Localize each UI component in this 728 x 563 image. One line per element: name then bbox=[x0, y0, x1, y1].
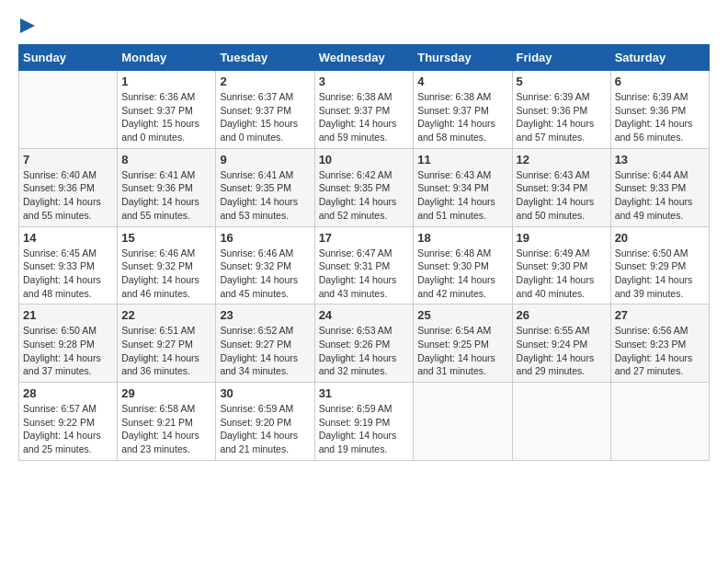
day-number: 3 bbox=[319, 75, 410, 88]
table-row: 1Sunrise: 6:36 AMSunset: 9:37 PMDaylight… bbox=[118, 71, 216, 149]
table-row: 17Sunrise: 6:47 AMSunset: 9:31 PMDayligh… bbox=[314, 226, 414, 304]
day-info: Sunrise: 6:59 AMSunset: 9:19 PMDaylight:… bbox=[319, 402, 410, 456]
table-row: 30Sunrise: 6:59 AMSunset: 9:20 PMDayligh… bbox=[216, 383, 314, 461]
table-row: 31Sunrise: 6:59 AMSunset: 9:19 PMDayligh… bbox=[314, 383, 414, 461]
day-number: 24 bbox=[319, 308, 410, 322]
day-info: Sunrise: 6:58 AMSunset: 9:21 PMDaylight:… bbox=[121, 402, 211, 456]
day-info: Sunrise: 6:57 AMSunset: 9:22 PMDaylight:… bbox=[23, 402, 113, 456]
day-number: 14 bbox=[23, 231, 113, 245]
day-info: Sunrise: 6:47 AMSunset: 9:31 PMDaylight:… bbox=[319, 247, 410, 301]
day-number: 7 bbox=[23, 153, 113, 167]
day-info: Sunrise: 6:43 AMSunset: 9:34 PMDaylight:… bbox=[517, 168, 607, 223]
table-row bbox=[512, 383, 610, 461]
day-number: 19 bbox=[517, 231, 607, 245]
table-row: 8Sunrise: 6:41 AMSunset: 9:36 PMDaylight… bbox=[118, 148, 216, 226]
table-row: 23Sunrise: 6:52 AMSunset: 9:27 PMDayligh… bbox=[216, 304, 314, 383]
day-info: Sunrise: 6:40 AMSunset: 9:36 PMDaylight:… bbox=[23, 168, 113, 223]
day-info: Sunrise: 6:54 AMSunset: 9:25 PMDaylight:… bbox=[417, 324, 507, 378]
day-number: 2 bbox=[220, 75, 310, 88]
day-info: Sunrise: 6:38 AMSunset: 9:37 PMDaylight:… bbox=[417, 90, 507, 144]
table-row: 18Sunrise: 6:48 AMSunset: 9:30 PMDayligh… bbox=[414, 226, 512, 304]
day-info: Sunrise: 6:52 AMSunset: 9:27 PMDaylight:… bbox=[220, 324, 310, 378]
day-number: 21 bbox=[23, 308, 113, 322]
day-info: Sunrise: 6:56 AMSunset: 9:23 PMDaylight:… bbox=[615, 324, 705, 378]
day-info: Sunrise: 6:46 AMSunset: 9:32 PMDaylight:… bbox=[121, 247, 211, 301]
table-row: 15Sunrise: 6:46 AMSunset: 9:32 PMDayligh… bbox=[118, 226, 216, 304]
day-number: 31 bbox=[319, 386, 410, 400]
table-row: 28Sunrise: 6:57 AMSunset: 9:22 PMDayligh… bbox=[19, 383, 118, 461]
weekday-header-row: SundayMondayTuesdayWednesdayThursdayFrid… bbox=[19, 45, 710, 71]
table-row: 10Sunrise: 6:42 AMSunset: 9:35 PMDayligh… bbox=[314, 148, 414, 226]
day-info: Sunrise: 6:36 AMSunset: 9:37 PMDaylight:… bbox=[121, 90, 211, 144]
table-row: 16Sunrise: 6:46 AMSunset: 9:32 PMDayligh… bbox=[216, 226, 314, 304]
day-info: Sunrise: 6:41 AMSunset: 9:36 PMDaylight:… bbox=[121, 168, 211, 223]
day-number: 23 bbox=[220, 308, 310, 322]
table-row: 13Sunrise: 6:44 AMSunset: 9:33 PMDayligh… bbox=[610, 148, 709, 226]
table-row: 9Sunrise: 6:41 AMSunset: 9:35 PMDaylight… bbox=[216, 148, 314, 226]
calendar-week-row: 1Sunrise: 6:36 AMSunset: 9:37 PMDaylight… bbox=[19, 71, 710, 149]
day-number: 1 bbox=[121, 75, 211, 88]
calendar-week-row: 21Sunrise: 6:50 AMSunset: 9:28 PMDayligh… bbox=[19, 304, 710, 383]
day-info: Sunrise: 6:53 AMSunset: 9:26 PMDaylight:… bbox=[319, 324, 410, 378]
table-row: 11Sunrise: 6:43 AMSunset: 9:34 PMDayligh… bbox=[414, 148, 512, 226]
table-row: 24Sunrise: 6:53 AMSunset: 9:26 PMDayligh… bbox=[314, 304, 414, 383]
day-number: 13 bbox=[615, 153, 705, 167]
weekday-header-tuesday: Tuesday bbox=[216, 45, 314, 71]
weekday-header-friday: Friday bbox=[512, 45, 610, 71]
day-info: Sunrise: 6:39 AMSunset: 9:36 PMDaylight:… bbox=[517, 90, 607, 144]
table-row: 6Sunrise: 6:39 AMSunset: 9:36 PMDaylight… bbox=[610, 71, 709, 149]
weekday-header-saturday: Saturday bbox=[610, 45, 709, 71]
day-info: Sunrise: 6:51 AMSunset: 9:27 PMDaylight:… bbox=[121, 324, 211, 378]
day-number: 8 bbox=[121, 153, 211, 167]
table-row: 20Sunrise: 6:50 AMSunset: 9:29 PMDayligh… bbox=[610, 226, 709, 304]
table-row: 2Sunrise: 6:37 AMSunset: 9:37 PMDaylight… bbox=[216, 71, 314, 149]
day-info: Sunrise: 6:45 AMSunset: 9:33 PMDaylight:… bbox=[23, 247, 113, 301]
day-info: Sunrise: 6:37 AMSunset: 9:37 PMDaylight:… bbox=[220, 90, 310, 144]
table-row: 5Sunrise: 6:39 AMSunset: 9:36 PMDaylight… bbox=[512, 71, 610, 149]
day-number: 9 bbox=[220, 153, 310, 167]
day-info: Sunrise: 6:41 AMSunset: 9:35 PMDaylight:… bbox=[220, 168, 310, 223]
table-row: 19Sunrise: 6:49 AMSunset: 9:30 PMDayligh… bbox=[512, 226, 610, 304]
weekday-header-monday: Monday bbox=[118, 45, 216, 71]
weekday-header-thursday: Thursday bbox=[414, 45, 512, 71]
day-info: Sunrise: 6:48 AMSunset: 9:30 PMDaylight:… bbox=[417, 247, 507, 301]
logo-arrow-icon bbox=[20, 18, 35, 33]
weekday-header-sunday: Sunday bbox=[19, 45, 118, 71]
table-row: 4Sunrise: 6:38 AMSunset: 9:37 PMDaylight… bbox=[414, 71, 512, 149]
day-number: 26 bbox=[517, 308, 607, 322]
table-row: 12Sunrise: 6:43 AMSunset: 9:34 PMDayligh… bbox=[512, 148, 610, 226]
day-number: 11 bbox=[417, 153, 507, 167]
day-info: Sunrise: 6:50 AMSunset: 9:29 PMDaylight:… bbox=[615, 247, 705, 301]
day-info: Sunrise: 6:59 AMSunset: 9:20 PMDaylight:… bbox=[220, 402, 310, 456]
day-info: Sunrise: 6:38 AMSunset: 9:37 PMDaylight:… bbox=[319, 90, 410, 144]
day-number: 22 bbox=[121, 308, 211, 322]
table-row bbox=[610, 383, 709, 461]
day-number: 15 bbox=[121, 231, 211, 245]
table-row: 27Sunrise: 6:56 AMSunset: 9:23 PMDayligh… bbox=[610, 304, 709, 383]
day-info: Sunrise: 6:50 AMSunset: 9:28 PMDaylight:… bbox=[23, 324, 113, 378]
day-info: Sunrise: 6:55 AMSunset: 9:24 PMDaylight:… bbox=[517, 324, 607, 378]
table-row: 7Sunrise: 6:40 AMSunset: 9:36 PMDaylight… bbox=[19, 148, 118, 226]
table-row: 21Sunrise: 6:50 AMSunset: 9:28 PMDayligh… bbox=[19, 304, 118, 383]
table-row: 29Sunrise: 6:58 AMSunset: 9:21 PMDayligh… bbox=[118, 383, 216, 461]
day-number: 27 bbox=[615, 308, 705, 322]
page-header bbox=[18, 18, 710, 35]
day-number: 20 bbox=[615, 231, 705, 245]
day-number: 17 bbox=[319, 231, 410, 245]
calendar-week-row: 7Sunrise: 6:40 AMSunset: 9:36 PMDaylight… bbox=[19, 148, 710, 226]
table-row: 26Sunrise: 6:55 AMSunset: 9:24 PMDayligh… bbox=[512, 304, 610, 383]
table-row: 22Sunrise: 6:51 AMSunset: 9:27 PMDayligh… bbox=[118, 304, 216, 383]
day-info: Sunrise: 6:42 AMSunset: 9:35 PMDaylight:… bbox=[319, 168, 410, 223]
table-row bbox=[414, 383, 512, 461]
day-info: Sunrise: 6:43 AMSunset: 9:34 PMDaylight:… bbox=[417, 168, 507, 223]
table-row: 3Sunrise: 6:38 AMSunset: 9:37 PMDaylight… bbox=[314, 71, 414, 149]
day-info: Sunrise: 6:46 AMSunset: 9:32 PMDaylight:… bbox=[220, 247, 310, 301]
day-info: Sunrise: 6:39 AMSunset: 9:36 PMDaylight:… bbox=[615, 90, 705, 144]
table-row bbox=[19, 71, 118, 149]
day-info: Sunrise: 6:44 AMSunset: 9:33 PMDaylight:… bbox=[615, 168, 705, 223]
day-number: 29 bbox=[121, 386, 211, 400]
calendar-table: SundayMondayTuesdayWednesdayThursdayFrid… bbox=[18, 44, 710, 461]
day-number: 6 bbox=[615, 75, 705, 88]
day-number: 18 bbox=[417, 231, 507, 245]
day-info: Sunrise: 6:49 AMSunset: 9:30 PMDaylight:… bbox=[517, 247, 607, 301]
